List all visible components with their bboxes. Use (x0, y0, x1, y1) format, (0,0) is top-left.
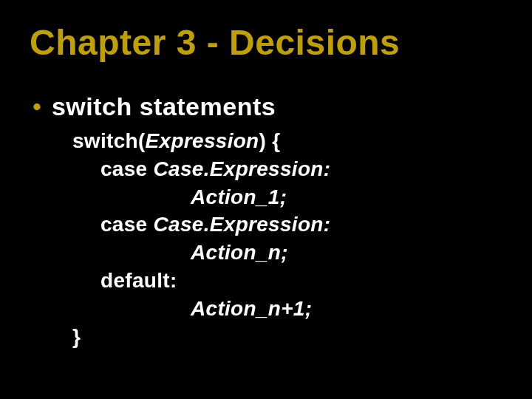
case-expression-placeholder: Case.Expression: (154, 157, 331, 180)
case-keyword: case (100, 157, 154, 180)
code-line-6: default: (72, 267, 502, 295)
action-n-placeholder: Action_n; (191, 241, 288, 264)
default-keyword: default: (100, 269, 177, 292)
switch-keyword: switch( (72, 129, 146, 152)
action-1-placeholder: Action_1; (191, 185, 287, 208)
code-line-3: Action_1; (72, 183, 502, 211)
code-line-5: Action_n; (72, 239, 502, 267)
slide-container: Chapter 3 - Decisions • switch statement… (0, 0, 532, 399)
case-expression-n-placeholder: Case.Expression: (154, 213, 331, 236)
case-keyword: case (100, 213, 154, 236)
code-line-2: case Case.Expression: (72, 155, 502, 183)
code-line-4: case Case.Expression: (72, 211, 502, 239)
slide-title: Chapter 3 - Decisions (30, 22, 502, 63)
closing-brace: } (72, 325, 81, 348)
code-line-7: Action_n+1; (72, 295, 502, 323)
code-line-8: } (72, 323, 502, 351)
expression-placeholder: Expression (146, 129, 259, 152)
bullet-item: • switch statements (33, 92, 502, 121)
code-line-1: switch(Expression) { (72, 127, 502, 155)
bullet-dot-icon: • (33, 94, 41, 119)
paren-brace: ) { (259, 129, 281, 152)
bullet-text: switch statements (52, 92, 276, 121)
action-n1-placeholder: Action_n+1; (191, 297, 312, 320)
code-block: switch(Expression) { case Case.Expressio… (72, 127, 502, 350)
